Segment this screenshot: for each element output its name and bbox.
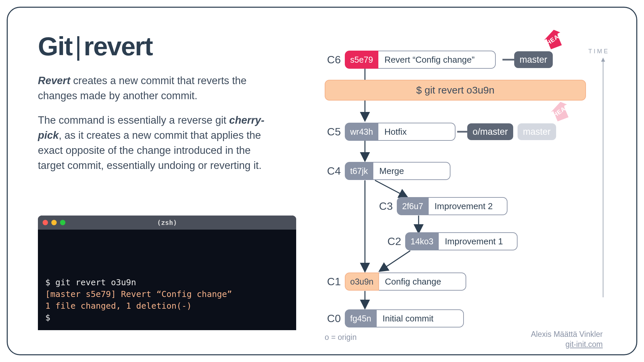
ref-o-master: o/master (467, 123, 513, 140)
c3-msg: Improvement 2 (429, 197, 507, 215)
c1-hash: o3u9n (345, 273, 379, 291)
c5-hash: wr43h (345, 123, 378, 141)
terminal-titlebar: (zsh) (38, 216, 296, 230)
c6-hash: s5e79 (345, 51, 378, 69)
c2-hash: 14ko3 (405, 232, 439, 250)
c3-label: C3 (377, 200, 397, 213)
terminal-window: (zsh) $ git revert o3u9n [master s5e79] … (38, 216, 296, 330)
c1-label: C1 (325, 276, 345, 288)
desc2-pre: The command is essentially a reverse git (38, 114, 229, 126)
c2-msg: Improvement 1 (439, 232, 518, 250)
commit-c2: C2 14ko3 Improvement 1 (385, 232, 518, 250)
c6-label: C6 (325, 54, 345, 66)
commit-graph: TIME (325, 41, 609, 338)
terminal-body: $ git revert o3u9n [master s5e79] Revert… (38, 230, 296, 330)
description-2: The command is essentially a reverse git… (38, 113, 279, 173)
c4-msg: Merge (373, 162, 450, 180)
term-line-1: $ git revert o3u9n (45, 277, 289, 288)
c2-label: C2 (385, 235, 405, 248)
commit-c3: C3 2f6u7 Improvement 2 (377, 197, 507, 215)
term-line-2: [master s5e79] Revert “Config change” (45, 288, 289, 300)
time-axis (603, 58, 603, 297)
commit-c0: C0 fg45n Initial commit (325, 309, 464, 327)
title-post: revert (84, 32, 153, 61)
c6-msg: Revert “Config change” (378, 51, 496, 69)
terminal-title: (zsh) (38, 219, 296, 227)
c0-hash: fg45n (345, 309, 377, 327)
c5-label: C5 (325, 126, 345, 138)
title-separator: | (72, 32, 84, 61)
description-1: Revert creates a new commit that reverts… (38, 73, 279, 104)
site-link: git-init.com (531, 340, 603, 350)
ref-master-ghost: master (518, 123, 556, 140)
c4-hash: t67jk (345, 162, 373, 180)
head-pointer-ghost: HEAD (539, 100, 570, 123)
author: Alexis Määttä Vinkler (531, 329, 603, 340)
c0-label: C0 (325, 312, 345, 325)
desc2-rest: , as it creates a new commit that applie… (38, 129, 262, 171)
c5-msg: Hotfix (378, 123, 455, 141)
desc1-emph: Revert (38, 75, 70, 86)
slide-card: Git|revert Revert creates a new commit t… (7, 7, 637, 355)
ref-master: master (514, 51, 553, 68)
title-pre: Git (38, 32, 72, 61)
head-pointer: HEAD (533, 28, 563, 51)
commit-c5: C5 wr43h Hotfix (325, 123, 455, 141)
c3-hash: 2f6u7 (397, 197, 429, 215)
svg-line-3 (375, 180, 407, 197)
c4-label: C4 (325, 165, 345, 177)
commit-c4: C4 t67jk Merge (325, 162, 450, 180)
commit-c6: C6 s5e79 Revert “Config change” (325, 51, 496, 69)
term-line-4: $ (45, 312, 289, 323)
svg-line-5 (380, 251, 410, 271)
term-line-3: 1 file changed, 1 deletion(-) (45, 300, 289, 312)
time-label: TIME (588, 48, 609, 55)
c1-msg: Config change (379, 273, 466, 291)
c0-msg: Initial commit (377, 309, 464, 327)
legend: o = origin (325, 333, 357, 341)
credit: Alexis Määttä Vinkler git-init.com (531, 329, 603, 341)
command-bar: $ git revert o3u9n (325, 80, 586, 101)
commit-c1: C1 o3u9n Config change (325, 273, 466, 291)
